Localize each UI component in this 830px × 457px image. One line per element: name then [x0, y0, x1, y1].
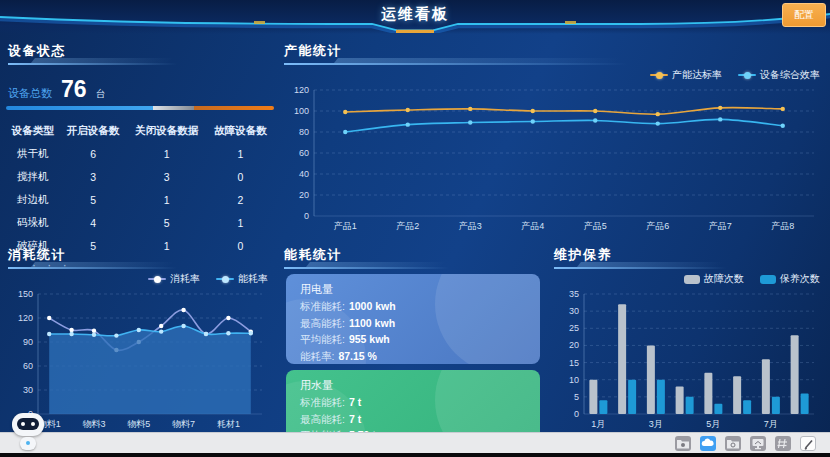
svg-text:产品4: 产品4	[521, 221, 544, 231]
device-table-col-header: 关闭设备数据	[127, 119, 207, 143]
device-table: 设备类型开启设备数关闭设备数据故障设备数 烘干机611搅拌机330封边机512码…	[6, 119, 274, 258]
monitor-icon[interactable]	[750, 436, 766, 451]
device-table-col-header: 设备类型	[6, 119, 60, 143]
maintenance-panel: 维护保养 故障次数保养次数 051015202530351月3月5月7月	[552, 240, 826, 432]
energy-card-metric: 标准能耗:7 t	[300, 396, 526, 410]
consumption-title: 消耗统计	[6, 240, 274, 269]
svg-text:60: 60	[299, 148, 309, 158]
svg-text:90: 90	[23, 337, 33, 347]
svg-text:120: 120	[294, 85, 309, 95]
energy-title: 能耗统计	[282, 240, 544, 269]
svg-text:5月: 5月	[706, 419, 720, 429]
svg-text:物料7: 物料7	[172, 419, 195, 429]
device-total-value: 76	[61, 76, 87, 103]
svg-text:60: 60	[23, 361, 33, 371]
device-table-header: 设备类型开启设备数关闭设备数据故障设备数	[6, 119, 274, 143]
maintenance-title: 维护保养	[552, 240, 826, 269]
legend-item[interactable]: 保养次数	[760, 272, 820, 286]
device-status-panel: 设备状态 设备总数 76 台 设备类型开启设备数关闭设备数据故障设备数 烘干机6…	[6, 36, 274, 236]
folder-gear-icon[interactable]	[675, 436, 691, 451]
consumption-stats-panel: 消耗统计 消耗率能耗率 0306090120150物料1物料3物料5物料7耗材1	[6, 240, 274, 432]
legend-label: 能耗率	[238, 272, 268, 286]
device-total-unit: 台	[96, 87, 106, 101]
legend-label: 设备综合效率	[760, 68, 820, 82]
production-title: 产能统计	[282, 36, 826, 65]
energy-card-metric: 标准能耗:1000 kwh	[300, 300, 526, 314]
edit-icon[interactable]	[800, 436, 816, 451]
folder-arrow-icon[interactable]	[725, 436, 741, 451]
device-status-title: 设备状态	[6, 36, 274, 65]
config-button[interactable]: 配置	[782, 3, 826, 27]
svg-text:物料5: 物料5	[127, 419, 150, 429]
svg-text:40: 40	[299, 169, 309, 179]
svg-text:100: 100	[294, 106, 309, 116]
svg-text:1月: 1月	[591, 419, 605, 429]
svg-text:产品5: 产品5	[584, 221, 607, 231]
svg-text:耗材1: 耗材1	[217, 419, 240, 429]
production-line-chart: 020406080100120产品1产品2产品3产品4产品5产品6产品7产品8	[282, 82, 822, 234]
assistant-robot-icon[interactable]	[9, 413, 49, 453]
bottom-strip	[0, 453, 830, 457]
legend-item[interactable]: 故障次数	[684, 272, 744, 286]
table-cell: 2	[207, 189, 274, 212]
svg-text:产品1: 产品1	[334, 221, 357, 231]
cloud-icon[interactable]	[700, 436, 716, 451]
energy-card-metric: 平均能耗:955 kwh	[300, 333, 526, 347]
table-cell: 3	[127, 166, 207, 189]
svg-text:25: 25	[569, 323, 579, 333]
legend-item[interactable]: 消耗率	[148, 272, 200, 286]
svg-text:15: 15	[569, 358, 579, 368]
table-cell: 0	[207, 166, 274, 189]
robot-face	[17, 418, 39, 430]
legend-label: 故障次数	[704, 272, 744, 286]
table-cell: 1	[127, 189, 207, 212]
legend-item[interactable]: 设备综合效率	[738, 68, 820, 82]
table-row: 码垛机451	[6, 212, 274, 235]
device-total-label: 设备总数	[8, 86, 52, 101]
consumption-legend: 消耗率能耗率	[148, 272, 268, 286]
table-cell: 1	[207, 143, 274, 166]
device-table-col-header: 开启设备数	[60, 119, 127, 143]
legend-item[interactable]: 产能达标率	[650, 68, 722, 82]
production-legend: 产能达标率设备综合效率	[650, 68, 820, 82]
svg-text:产品8: 产品8	[771, 221, 794, 231]
table-cell: 6	[60, 143, 127, 166]
production-stats-panel: 产能统计 产能达标率设备综合效率 020406080100120产品1产品2产品…	[282, 36, 826, 236]
svg-text:0: 0	[304, 211, 309, 221]
energy-stats-panel: 能耗统计 用电量标准能耗:1000 kwh最高能耗:1100 kwh平均能耗:9…	[282, 240, 544, 432]
energy-card: 用电量标准能耗:1000 kwh最高能耗:1100 kwh平均能耗:955 kw…	[286, 274, 540, 364]
hash-icon[interactable]	[775, 436, 791, 451]
device-total-progressbar	[6, 106, 274, 110]
energy-card-metric: 最高能耗:7 t	[300, 413, 526, 427]
legend-item[interactable]: 能耗率	[216, 272, 268, 286]
svg-text:物料3: 物料3	[82, 419, 105, 429]
table-cell: 烘干机	[6, 143, 60, 166]
svg-text:120: 120	[18, 313, 33, 323]
device-table-col-header: 故障设备数	[207, 119, 274, 143]
legend-label: 保养次数	[780, 272, 820, 286]
svg-text:产品6: 产品6	[646, 221, 669, 231]
svg-text:产品3: 产品3	[459, 221, 482, 231]
svg-text:20: 20	[569, 340, 579, 350]
header-bar: 运维看板 配置	[0, 0, 830, 34]
table-cell: 封边机	[6, 189, 60, 212]
consumption-line-chart: 0306090120150物料1物料3物料5物料7耗材1	[6, 286, 270, 432]
svg-text:30: 30	[23, 385, 33, 395]
table-cell: 码垛机	[6, 212, 60, 235]
progress-segment-closed	[153, 106, 193, 110]
legend-label: 消耗率	[170, 272, 200, 286]
table-row: 封边机512	[6, 189, 274, 212]
table-row: 搅拌机330	[6, 166, 274, 189]
table-cell: 4	[60, 212, 127, 235]
svg-text:20: 20	[299, 190, 309, 200]
table-cell: 1	[207, 212, 274, 235]
table-cell: 1	[127, 143, 207, 166]
svg-text:3月: 3月	[649, 419, 663, 429]
maintenance-legend: 故障次数保养次数	[684, 272, 820, 286]
page-title: 运维看板	[0, 5, 830, 24]
legend-label: 产能达标率	[672, 68, 722, 82]
table-cell: 5	[127, 212, 207, 235]
svg-text:0: 0	[574, 409, 579, 419]
svg-text:150: 150	[18, 289, 33, 299]
energy-card-metric: 最高能耗:1100 kwh	[300, 317, 526, 331]
